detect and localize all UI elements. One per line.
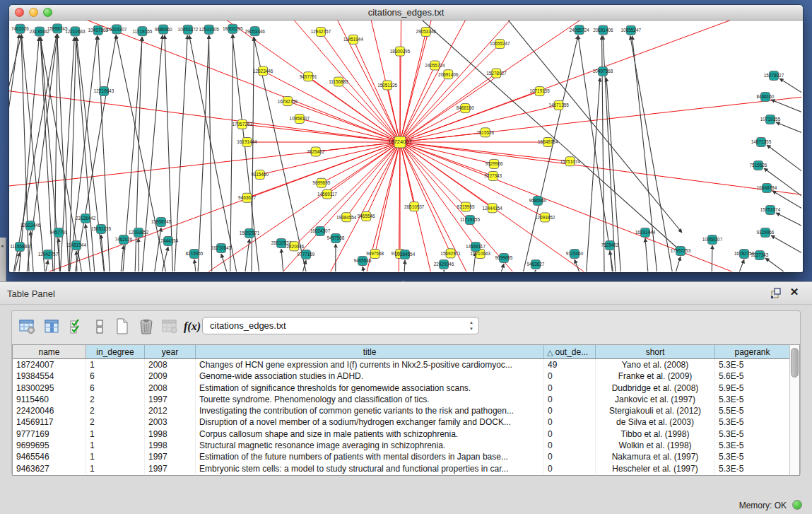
network-node-label: 11719155	[132, 29, 152, 34]
row-height-button[interactable]	[90, 317, 110, 336]
network-node-label: 16782759	[734, 251, 755, 256]
citation-edge-black	[586, 78, 600, 271]
network-node-label: 14569117	[466, 244, 486, 249]
table-panel-body: f(x) citations_edges.txt ▲▼ namein_degre…	[11, 310, 801, 475]
network-node-label: 7462026	[11, 26, 29, 31]
table-row[interactable]: 977716911998Corpus callosum shape and si…	[13, 428, 799, 440]
network-node-label: 12923446	[253, 69, 273, 74]
table-cell: 18724007	[13, 359, 86, 370]
network-node-label: 12942757	[311, 29, 331, 34]
network-node-label: 9699695	[312, 180, 330, 185]
column-header-label: pagerank	[734, 347, 770, 357]
network-node-label: 9457791	[50, 230, 68, 235]
citation-edge-black	[779, 78, 801, 107]
table-row[interactable]: 1456911722003Disruption of a novel membe…	[13, 416, 799, 428]
network-node-label: 19384554	[336, 215, 357, 220]
table-panel: Table Panel ✕	[0, 281, 812, 514]
network-canvas[interactable]: 1830029529053346240557242069140610655247…	[9, 21, 803, 271]
column-header-year[interactable]: year	[145, 345, 196, 358]
network-node-label: 12923446	[20, 223, 41, 228]
fx-label: f(x)	[184, 320, 201, 333]
network-node-label: 12210643	[65, 29, 86, 34]
citation-edge-black	[363, 267, 367, 271]
column-header-pagerank[interactable]: pagerank	[715, 345, 790, 358]
table-row[interactable]: 2242004622012Investigating the contribut…	[13, 405, 799, 416]
table-cell: Changes of HCN gene expression and I(f) …	[196, 359, 544, 370]
column-visibility-button[interactable]	[42, 317, 62, 336]
network-node-label: 15692971	[240, 230, 260, 235]
network-node-label: 19384554	[395, 252, 416, 257]
vertical-scrollbar[interactable]	[789, 344, 800, 476]
network-node-label: 10719155	[529, 88, 550, 93]
table-cell: 5.3E-5	[715, 440, 790, 451]
trash-icon	[139, 318, 154, 335]
column-header-out-de-[interactable]: △out_de...	[544, 345, 596, 358]
network-node-label: 15692971	[440, 251, 461, 256]
citation-edge-red	[400, 142, 801, 229]
network-node-label: 26510537	[404, 204, 425, 209]
network-node-label: 15751074	[560, 159, 580, 164]
network-node-label: 8466160	[757, 94, 775, 99]
network-node-label: 9329966	[486, 161, 503, 166]
network-node-label: 9329966	[757, 230, 775, 235]
citation-edge-black	[153, 228, 161, 271]
network-node-label: 24055724	[569, 28, 589, 33]
selected-table-name: citations_edges.txt	[210, 320, 286, 331]
column-select-button[interactable]	[67, 317, 87, 336]
delete-column-button[interactable]	[136, 317, 156, 336]
table-row[interactable]: 1830029562008Estimation of significance …	[13, 382, 799, 394]
network-node-label: 24055724	[425, 63, 445, 68]
network-node-label: 9465546	[358, 214, 375, 218]
table-cell: 0	[544, 451, 596, 462]
create-column-button[interactable]	[112, 317, 132, 336]
network-desktop: ◂ citations_edges.txt 183002952905334624…	[0, 0, 812, 281]
table-row[interactable]: 946362711997Embryonic stem cells: a mode…	[13, 463, 799, 474]
network-node-label: 16210643	[470, 251, 490, 256]
table-cell: 2003	[145, 416, 196, 428]
delete-table-button[interactable]	[160, 317, 180, 336]
close-panel-button[interactable]: ✕	[788, 286, 801, 300]
scrollbar-thumb[interactable]	[791, 348, 799, 378]
column-header-short[interactable]: short	[596, 345, 715, 358]
table-mode-button[interactable]	[18, 317, 37, 336]
network-node-label: 9497568	[366, 251, 384, 256]
left-splitter-strip[interactable]: ◂	[0, 238, 6, 281]
table-cell: 9115460	[13, 394, 86, 405]
citation-edge-black	[18, 37, 39, 271]
table-cell: 2	[86, 394, 145, 405]
table-gear-icon	[19, 319, 36, 334]
table-cell: 1998	[145, 440, 196, 451]
column-header-title[interactable]: title	[196, 345, 544, 358]
table-cell: 6	[86, 370, 145, 382]
network-node-label: 9465546	[354, 258, 372, 263]
table-selector-dropdown[interactable]: citations_edges.txt ▲▼	[202, 317, 479, 334]
rows-icon	[95, 319, 105, 334]
delete-table-icon	[162, 319, 179, 334]
table-row[interactable]: 969969511998Structural magnetic resonanc…	[13, 440, 799, 451]
table-cell: 22420046	[13, 405, 86, 416]
citation-edge-black	[197, 35, 208, 271]
network-node-label: 12942757	[38, 252, 59, 257]
table-row[interactable]: 1872400712008Changes of HCN gene express…	[13, 359, 799, 370]
citation-edge-red	[322, 142, 400, 183]
table-cell: 2008	[145, 382, 196, 394]
column-header-in-degree[interactable]: in_degree	[86, 345, 145, 358]
table-cell: 0	[544, 463, 596, 474]
citation-edge-black	[174, 35, 187, 271]
network-node-label: 10719155	[760, 117, 781, 122]
float-panel-button[interactable]	[770, 287, 782, 300]
citation-edge-black	[645, 238, 649, 271]
window-titlebar[interactable]: citations_edges.txt	[9, 5, 803, 21]
network-node-label: 10655247	[490, 41, 510, 46]
table-cell: 9699695	[13, 440, 86, 451]
memory-status-light[interactable]	[792, 500, 802, 510]
citation-edge-black	[76, 37, 95, 271]
network-node-label: 18724007	[388, 139, 411, 145]
table-row[interactable]: 911546021997Tourette syndrome. Phenomeno…	[13, 394, 799, 405]
table-row[interactable]: 946554611997Estimation of the future num…	[13, 451, 799, 462]
column-header-name[interactable]: name	[13, 345, 86, 358]
network-node-label: 9463627	[527, 262, 545, 267]
function-builder-button[interactable]: f(x)	[182, 317, 202, 336]
citation-edge-black	[531, 270, 536, 271]
table-row[interactable]: 1938455462009Genome-wide association stu…	[13, 370, 799, 382]
